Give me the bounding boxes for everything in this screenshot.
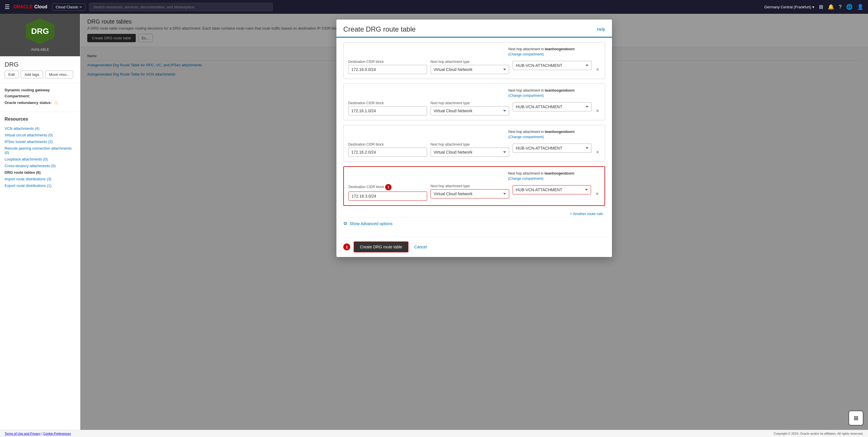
destination-cidr-input[interactable] [348,65,427,74]
sidebar-item[interactable]: Remote peering connection attachments (0… [5,145,75,156]
nav-right: Germany Central (Frankfurt) ▾ ⊞ 🔔 ? 🌐 👤 [764,4,863,10]
bell-icon[interactable]: 🔔 [828,4,834,10]
route-rule-row: Destination CIDR blockNext hop attachmen… [348,143,600,157]
sidebar-item[interactable]: IPSec tunnel attachments (2) [5,138,75,145]
next-hop-attachment-select[interactable]: HUB-VCN-ATTACHMENT [513,185,591,194]
cancel-button[interactable]: Cancel [412,242,429,252]
next-hop-attachment-group: HUB-VCN-ATTACHMENT [513,143,592,153]
remove-rule-button[interactable]: × [594,190,600,198]
route-rules-container: Next hop attachment in iwanhoogendoorn(C… [343,42,605,206]
oracle-redundancy-row: Oracle redundancy status: ⚠ [5,100,75,105]
region-selector[interactable]: Germany Central (Frankfurt) ▾ [764,5,814,9]
next-hop-attachment-select[interactable]: HUB-VCN-ATTACHMENT [513,144,592,153]
page-footer: Terms of Use and Privacy | Cookie Prefer… [0,430,868,437]
region-arrow-icon: ▾ [812,5,814,9]
next-hop-type-group: Next hop attachment typeVirtual Cloud Ne… [431,184,509,198]
footer-left: Terms of Use and Privacy | Cookie Prefer… [5,432,71,435]
next-hop-type-select[interactable]: Virtual Cloud Network [431,148,509,157]
destination-cidr-group: Destination CIDR block1 [348,184,427,201]
region-label: Germany Central (Frankfurt) [764,5,811,9]
next-hop-type-label: Next hop attachment type [431,143,509,147]
destination-cidr-input[interactable] [348,191,427,201]
modal-help-link[interactable]: Help [597,27,605,32]
destination-cidr-input[interactable] [348,106,427,116]
hamburger-icon[interactable]: ☰ [5,3,10,10]
edit-button[interactable]: Edit [5,71,19,79]
destination-cidr-label: Destination CIDR block1 [348,184,427,190]
modal-overlay: Create DRG route table Help Next hop att… [81,14,868,437]
add-tags-button[interactable]: Add tags [21,71,43,79]
route-rule: Next hop attachment in iwanhoogendoorn(C… [343,125,605,162]
move-resource-button[interactable]: Move reso... [45,71,73,79]
sidebar-item[interactable]: VCN attachments (4) [5,125,75,132]
resource-links-container: VCN attachments (4)Virtual circuit attac… [5,125,75,189]
oracle-logo: ORACLE Cloud [13,4,48,9]
next-hop-compartment-label: Next hop attachment in iwanhoogendoorn [508,88,600,92]
compartment-label: Compartment: [5,94,30,98]
add-rule-row: + Another route rule [343,211,605,217]
next-hop-attachment-select[interactable]: HUB-VCN-ATTACHMENT [513,61,592,70]
help-icon[interactable]: ? [839,4,842,10]
next-hop-type-label: Next hop attachment type [431,184,509,188]
step1-badge: 1 [385,184,392,190]
drg-hexagon: DRG [26,19,55,44]
next-hop-attachment-select[interactable]: HUB-VCN-ATTACHMENT [513,102,592,112]
compartment-row: Compartment: [5,94,75,98]
remove-rule-button[interactable]: × [595,107,600,115]
terms-link[interactable]: Terms of Use and Privacy [5,432,40,435]
add-another-route-rule-button[interactable]: + Another route rule [567,211,605,217]
route-rule: Next hop attachment in iwanhoogendoorn(C… [343,42,605,79]
destination-cidr-input[interactable] [348,148,427,157]
next-hop-compartment-label: Next hop attachment in iwanhoogendoorn [508,47,600,51]
cookie-link[interactable]: Cookie Preferences [43,432,71,435]
globe-icon[interactable]: 🌐 [846,4,852,10]
help-widget[interactable]: ⊞ [848,411,863,426]
page-actions: Edit Add tags Move reso... [5,71,75,79]
main-content: DRG route tables A DRG route table manag… [81,14,868,437]
change-compartment-link[interactable]: (Change compartment) [508,94,600,98]
change-compartment-link[interactable]: (Change compartment) [508,135,600,139]
sidebar-item[interactable]: Cross-tenancy attachments (0) [5,162,75,169]
show-advanced-options-label: Show Advanced options [350,221,392,226]
page-title: DRG [5,61,75,68]
drg-hex-label: DRG [31,27,49,36]
remove-rule-button[interactable]: × [595,65,600,74]
resources-title: Resources [5,117,75,122]
console-icon[interactable]: ⊞ [819,4,823,10]
sidebar-item[interactable]: DRG route tables (6) [5,169,75,176]
next-hop-type-group: Next hop attachment typeVirtual Cloud Ne… [431,60,509,74]
next-hop-type-select[interactable]: Virtual Cloud Network [431,189,509,198]
next-hop-attachment-group: HUB-VCN-ATTACHMENT [513,101,592,112]
destination-cidr-group: Destination CIDR block [348,60,427,74]
next-hop-type-select[interactable]: Virtual Cloud Network [431,106,509,116]
advanced-options-row[interactable]: ⚙ Show Advanced options [343,217,605,230]
route-rule: Next hop attachment in iwanhoogendoorn(C… [343,166,605,206]
modal-header: Create DRG route table Help [336,20,612,38]
next-hop-type-group: Next hop attachment typeVirtual Cloud Ne… [431,101,509,116]
step2-badge: 2 [343,244,350,250]
create-drg-route-table-modal-button[interactable]: Create DRG route table [353,242,408,252]
cloud-text: Cloud [34,4,48,9]
change-compartment-link[interactable]: (Change compartment) [508,52,600,56]
change-compartment-link[interactable]: (Change compartment) [508,177,600,181]
search-input[interactable] [89,3,273,11]
next-hop-type-group: Next hop attachment typeVirtual Cloud Ne… [431,143,509,157]
drg-section-title: Dynamic routing gateway [5,88,50,92]
remove-rule-button[interactable]: × [595,148,600,156]
sidebar-item[interactable]: Import route distributions (3) [5,176,75,182]
oracle-redundancy-label: Oracle redundancy status: [5,100,52,105]
oracle-text: ORACLE [13,4,33,9]
advanced-options-icon: ⚙ [343,221,347,226]
warning-icon: ⚠ [54,100,58,105]
left-sidebar: DRG AVAILABLE DRG Edit Add tags Move res… [0,14,81,437]
next-hop-header: Next hop attachment in iwanhoogendoorn(C… [508,130,600,140]
modal: Create DRG route table Help Next hop att… [336,20,612,257]
user-avatar-icon[interactable]: 👤 [857,4,863,10]
drg-section-title-row: Dynamic routing gateway [5,88,75,92]
sidebar-item[interactable]: Export route distributions (1) [5,182,75,189]
next-hop-header: Next hop attachment in iwanhoogendoorn(C… [508,88,600,99]
cloud-classic-button[interactable]: Cloud Classic > [52,3,86,11]
sidebar-item[interactable]: Virtual circuit attachments (0) [5,132,75,138]
sidebar-item[interactable]: Loopback attachments (0) [5,156,75,162]
next-hop-type-select[interactable]: Virtual Cloud Network [431,65,509,74]
